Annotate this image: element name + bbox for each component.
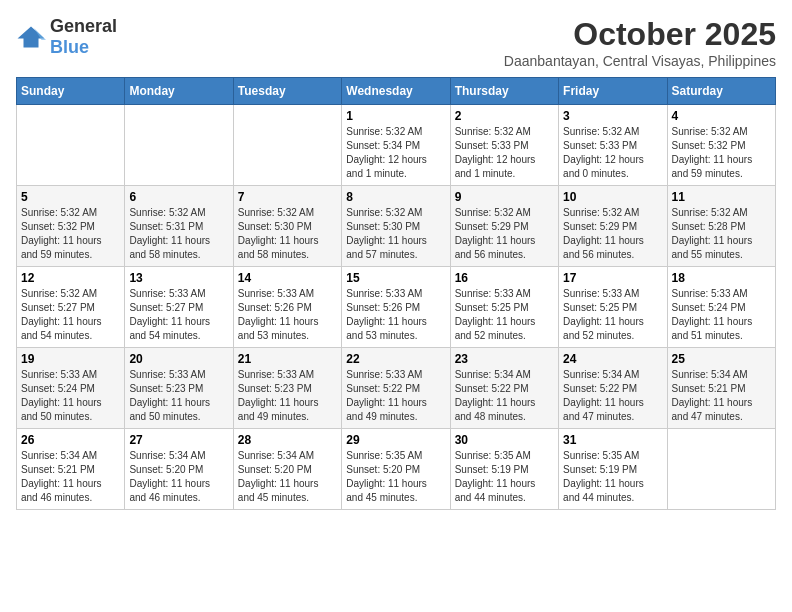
day-cell: 11Sunrise: 5:32 AMSunset: 5:28 PMDayligh… [667,186,775,267]
day-info: Sunrise: 5:33 AMSunset: 5:26 PMDaylight:… [238,287,337,343]
day-info: Sunrise: 5:33 AMSunset: 5:23 PMDaylight:… [238,368,337,424]
header-cell-thursday: Thursday [450,78,558,105]
title-area: October 2025 Daanbantayan, Central Visay… [504,16,776,69]
day-info: Sunrise: 5:32 AMSunset: 5:30 PMDaylight:… [238,206,337,262]
day-number: 4 [672,109,771,123]
day-cell: 14Sunrise: 5:33 AMSunset: 5:26 PMDayligh… [233,267,341,348]
header-cell-sunday: Sunday [17,78,125,105]
day-cell: 9Sunrise: 5:32 AMSunset: 5:29 PMDaylight… [450,186,558,267]
day-info: Sunrise: 5:33 AMSunset: 5:22 PMDaylight:… [346,368,445,424]
day-cell [667,429,775,510]
logo-icon [16,25,46,49]
day-info: Sunrise: 5:33 AMSunset: 5:24 PMDaylight:… [672,287,771,343]
day-number: 31 [563,433,662,447]
day-info: Sunrise: 5:33 AMSunset: 5:23 PMDaylight:… [129,368,228,424]
day-info: Sunrise: 5:35 AMSunset: 5:19 PMDaylight:… [563,449,662,505]
day-number: 15 [346,271,445,285]
day-cell: 25Sunrise: 5:34 AMSunset: 5:21 PMDayligh… [667,348,775,429]
day-info: Sunrise: 5:34 AMSunset: 5:21 PMDaylight:… [672,368,771,424]
week-row-2: 5Sunrise: 5:32 AMSunset: 5:32 PMDaylight… [17,186,776,267]
day-number: 23 [455,352,554,366]
day-info: Sunrise: 5:32 AMSunset: 5:32 PMDaylight:… [21,206,120,262]
day-number: 16 [455,271,554,285]
day-info: Sunrise: 5:34 AMSunset: 5:20 PMDaylight:… [129,449,228,505]
week-row-4: 19Sunrise: 5:33 AMSunset: 5:24 PMDayligh… [17,348,776,429]
day-cell: 7Sunrise: 5:32 AMSunset: 5:30 PMDaylight… [233,186,341,267]
day-number: 17 [563,271,662,285]
day-number: 28 [238,433,337,447]
day-info: Sunrise: 5:32 AMSunset: 5:33 PMDaylight:… [455,125,554,181]
header-cell-friday: Friday [559,78,667,105]
logo-general: General [50,16,117,36]
day-cell [125,105,233,186]
day-number: 26 [21,433,120,447]
logo-blue: Blue [50,37,89,57]
day-cell: 28Sunrise: 5:34 AMSunset: 5:20 PMDayligh… [233,429,341,510]
day-cell [233,105,341,186]
header-cell-wednesday: Wednesday [342,78,450,105]
day-info: Sunrise: 5:32 AMSunset: 5:27 PMDaylight:… [21,287,120,343]
day-info: Sunrise: 5:33 AMSunset: 5:27 PMDaylight:… [129,287,228,343]
day-cell: 5Sunrise: 5:32 AMSunset: 5:32 PMDaylight… [17,186,125,267]
day-info: Sunrise: 5:32 AMSunset: 5:32 PMDaylight:… [672,125,771,181]
day-number: 7 [238,190,337,204]
day-cell: 24Sunrise: 5:34 AMSunset: 5:22 PMDayligh… [559,348,667,429]
day-number: 25 [672,352,771,366]
day-number: 27 [129,433,228,447]
day-number: 22 [346,352,445,366]
day-info: Sunrise: 5:35 AMSunset: 5:19 PMDaylight:… [455,449,554,505]
day-info: Sunrise: 5:33 AMSunset: 5:24 PMDaylight:… [21,368,120,424]
header-cell-tuesday: Tuesday [233,78,341,105]
day-cell: 21Sunrise: 5:33 AMSunset: 5:23 PMDayligh… [233,348,341,429]
day-info: Sunrise: 5:32 AMSunset: 5:28 PMDaylight:… [672,206,771,262]
day-cell: 20Sunrise: 5:33 AMSunset: 5:23 PMDayligh… [125,348,233,429]
day-info: Sunrise: 5:32 AMSunset: 5:30 PMDaylight:… [346,206,445,262]
day-cell: 6Sunrise: 5:32 AMSunset: 5:31 PMDaylight… [125,186,233,267]
day-cell: 30Sunrise: 5:35 AMSunset: 5:19 PMDayligh… [450,429,558,510]
day-number: 8 [346,190,445,204]
day-cell: 12Sunrise: 5:32 AMSunset: 5:27 PMDayligh… [17,267,125,348]
day-number: 10 [563,190,662,204]
day-cell: 15Sunrise: 5:33 AMSunset: 5:26 PMDayligh… [342,267,450,348]
month-title: October 2025 [504,16,776,53]
logo: General Blue [16,16,117,58]
header: General Blue October 2025 Daanbantayan, … [16,16,776,69]
day-cell: 13Sunrise: 5:33 AMSunset: 5:27 PMDayligh… [125,267,233,348]
day-number: 5 [21,190,120,204]
day-info: Sunrise: 5:32 AMSunset: 5:34 PMDaylight:… [346,125,445,181]
day-cell [17,105,125,186]
day-number: 3 [563,109,662,123]
day-cell: 10Sunrise: 5:32 AMSunset: 5:29 PMDayligh… [559,186,667,267]
day-cell: 4Sunrise: 5:32 AMSunset: 5:32 PMDaylight… [667,105,775,186]
day-cell: 26Sunrise: 5:34 AMSunset: 5:21 PMDayligh… [17,429,125,510]
day-cell: 3Sunrise: 5:32 AMSunset: 5:33 PMDaylight… [559,105,667,186]
day-number: 11 [672,190,771,204]
week-row-5: 26Sunrise: 5:34 AMSunset: 5:21 PMDayligh… [17,429,776,510]
week-row-3: 12Sunrise: 5:32 AMSunset: 5:27 PMDayligh… [17,267,776,348]
day-cell: 22Sunrise: 5:33 AMSunset: 5:22 PMDayligh… [342,348,450,429]
day-info: Sunrise: 5:33 AMSunset: 5:25 PMDaylight:… [455,287,554,343]
day-cell: 29Sunrise: 5:35 AMSunset: 5:20 PMDayligh… [342,429,450,510]
day-info: Sunrise: 5:34 AMSunset: 5:20 PMDaylight:… [238,449,337,505]
day-number: 18 [672,271,771,285]
day-number: 1 [346,109,445,123]
day-number: 14 [238,271,337,285]
header-cell-saturday: Saturday [667,78,775,105]
day-cell: 17Sunrise: 5:33 AMSunset: 5:25 PMDayligh… [559,267,667,348]
location-subtitle: Daanbantayan, Central Visayas, Philippin… [504,53,776,69]
day-number: 9 [455,190,554,204]
day-number: 21 [238,352,337,366]
day-cell: 8Sunrise: 5:32 AMSunset: 5:30 PMDaylight… [342,186,450,267]
day-info: Sunrise: 5:34 AMSunset: 5:22 PMDaylight:… [563,368,662,424]
day-number: 30 [455,433,554,447]
day-number: 12 [21,271,120,285]
day-info: Sunrise: 5:33 AMSunset: 5:26 PMDaylight:… [346,287,445,343]
day-cell: 31Sunrise: 5:35 AMSunset: 5:19 PMDayligh… [559,429,667,510]
day-cell: 23Sunrise: 5:34 AMSunset: 5:22 PMDayligh… [450,348,558,429]
week-row-1: 1Sunrise: 5:32 AMSunset: 5:34 PMDaylight… [17,105,776,186]
day-number: 24 [563,352,662,366]
calendar-header: SundayMondayTuesdayWednesdayThursdayFrid… [17,78,776,105]
day-info: Sunrise: 5:32 AMSunset: 5:29 PMDaylight:… [455,206,554,262]
calendar-body: 1Sunrise: 5:32 AMSunset: 5:34 PMDaylight… [17,105,776,510]
header-cell-monday: Monday [125,78,233,105]
